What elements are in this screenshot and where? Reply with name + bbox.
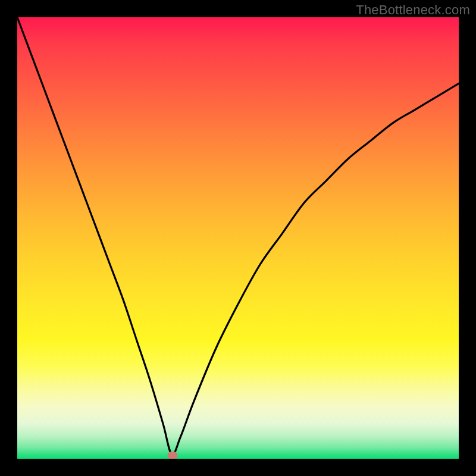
bottleneck-curve <box>17 17 459 459</box>
optimum-marker <box>168 452 178 459</box>
chart-frame: TheBottleneck.com <box>0 0 476 476</box>
attribution-text: TheBottleneck.com <box>356 2 470 18</box>
plot-area <box>17 17 459 459</box>
